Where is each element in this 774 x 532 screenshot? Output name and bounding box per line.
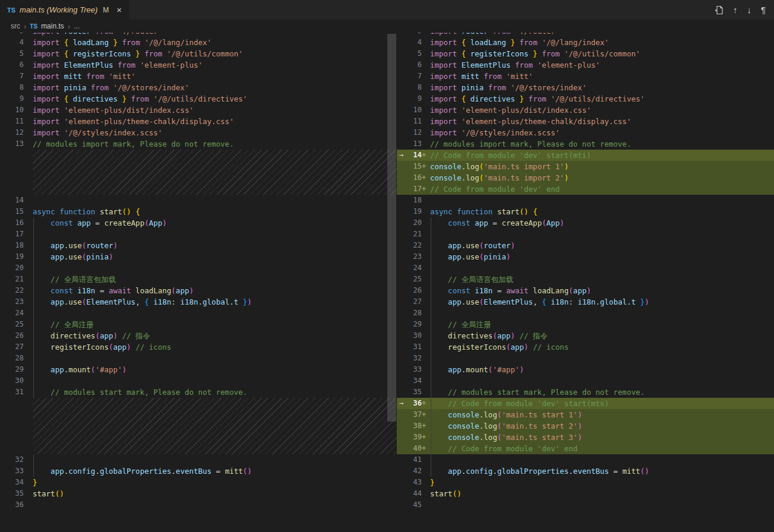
code-line[interactable]: 36 [0, 499, 397, 511]
code-line[interactable]: 21 [397, 229, 774, 240]
code-line[interactable]: 34 [397, 375, 774, 387]
render-whitespace-icon[interactable]: ¶ [761, 5, 766, 15]
code-line[interactable]: 10import 'element-plus/dist/index.css' [397, 104, 774, 116]
code-line[interactable]: 42 app.config.globalProperties.eventBus … [397, 466, 774, 477]
code-line[interactable]: 41 [397, 454, 774, 466]
code-line[interactable]: 26 directives(app) // 指令 [0, 330, 397, 341]
line-number: 28 [407, 308, 422, 319]
code-line[interactable]: 7import mitt from 'mitt' [0, 71, 397, 82]
code-line[interactable]: 29 app.mount('#app') [0, 364, 397, 375]
breadcrumb-file[interactable]: main.ts [41, 22, 64, 30]
code-line[interactable]: 27 registerIcons(app) // icons [0, 341, 397, 353]
code-line[interactable]: 6import ElementPlus from 'element-plus' [0, 59, 397, 71]
code-line[interactable]: 33 app.mount('#app') [397, 364, 774, 375]
code-line[interactable]: 17 [0, 229, 397, 240]
added-code-line[interactable]: 40+ // Code from module 'dev' end [397, 443, 774, 454]
code-line[interactable]: 12import '/@/styles/index.scss' [0, 127, 397, 138]
code-line[interactable]: 6import ElementPlus from 'element-plus' [397, 59, 774, 71]
code-line[interactable]: 19 app.use(pinia) [0, 251, 397, 262]
added-code-line[interactable]: 39+ console.log('main.ts start 3') [397, 432, 774, 443]
added-code-line[interactable]: 16+console.log('main.ts import 2') [397, 172, 774, 183]
added-code-line[interactable]: 37+ console.log('main.ts start 1') [397, 409, 774, 420]
added-code-line[interactable]: 38+ console.log('main.ts start 2') [397, 420, 774, 432]
code-line[interactable]: 29 // 全局注册 [397, 319, 774, 330]
code-line[interactable]: 7import mitt from 'mitt' [397, 71, 774, 82]
code-line[interactable]: 10import 'element-plus/dist/index.css' [0, 104, 397, 116]
code-line[interactable]: 11import 'element-plus/theme-chalk/displ… [397, 116, 774, 127]
code-line[interactable]: 24 [0, 308, 397, 319]
added-code-line[interactable]: 15+console.log('main.ts import 1') [397, 161, 774, 172]
code-line[interactable]: 28 [397, 308, 774, 319]
code-line[interactable]: 18 [397, 195, 774, 206]
code-line[interactable]: 23 app.use(ElementPlus, { i18n: i18n.glo… [0, 296, 397, 308]
code-line[interactable]: 30 directives(app) // 指令 [397, 330, 774, 341]
close-icon[interactable]: × [116, 5, 122, 15]
code-line[interactable]: 31 registerIcons(app) // icons [397, 341, 774, 353]
line-number: 20 [407, 217, 422, 229]
code-line[interactable]: 22 const i18n = await loadLang(app) [0, 285, 397, 296]
code-line[interactable]: 8import pinia from '/@/stores/index' [0, 82, 397, 93]
code-line[interactable]: 19async function start() { [397, 206, 774, 217]
code-line[interactable]: 34} [0, 477, 397, 488]
previous-change-icon[interactable]: ↑ [733, 5, 738, 15]
breadcrumb-symbol[interactable]: ... [74, 22, 80, 30]
code-line[interactable]: 14 [0, 195, 397, 206]
code-line[interactable]: 9import { directives } from '/@/utils/di… [0, 93, 397, 104]
code-line[interactable]: 31 // modules start mark, Please do not … [0, 387, 397, 398]
code-line[interactable]: 13// modules import mark, Please do not … [397, 138, 774, 150]
code-line[interactable]: 45 [397, 499, 774, 511]
code-line[interactable]: 32 [0, 454, 397, 466]
code-line[interactable]: 44start() [397, 488, 774, 499]
code-line[interactable]: 24 [397, 262, 774, 274]
added-code-line[interactable]: →36+ // Code from module 'dev' start(mts… [397, 398, 774, 409]
open-file-icon[interactable] [714, 5, 724, 15]
glyph-margin [397, 477, 407, 488]
code-line[interactable]: 32 [397, 353, 774, 364]
code-line[interactable]: 26 const i18n = await loadLang(app) [397, 285, 774, 296]
code-line[interactable]: 30 [0, 375, 397, 387]
code-line[interactable]: 25 // 全局语言包加载 [397, 274, 774, 285]
code-line[interactable]: 16 const app = createApp(App) [0, 217, 397, 229]
added-code-line[interactable]: 17+// Code from module 'dev' end [397, 183, 774, 195]
code-line[interactable]: 9import { directives } from '/@/utils/di… [397, 93, 774, 104]
line-number: 3 [407, 33, 422, 37]
code-line[interactable]: 5import { registerIcons } from '/@/utils… [397, 48, 774, 59]
code-text: registerIcons(app) // icons [430, 341, 568, 353]
code-line[interactable]: 43} [397, 477, 774, 488]
code-line[interactable]: 11import 'element-plus/theme-chalk/displ… [0, 116, 397, 127]
code-line[interactable]: 20 [0, 262, 397, 274]
line-number: 8 [407, 82, 422, 93]
code-line[interactable]: 23 app.use(pinia) [397, 251, 774, 262]
code-line[interactable]: 13// modules import mark, Please do not … [0, 138, 397, 150]
added-code-line[interactable]: →14+// Code from module 'dev' start(mti) [397, 150, 774, 161]
indent-guide [33, 240, 34, 251]
tab-main-ts-working-tree[interactable]: TS main.ts (Working Tree) M × [0, 0, 129, 20]
code-line[interactable]: 3import router from './router' [397, 33, 774, 37]
code-line[interactable]: 20 const app = createApp(App) [397, 217, 774, 229]
code-line[interactable]: 5import { registerIcons } from '/@/utils… [0, 48, 397, 59]
code-line[interactable]: 3import router from './router' [0, 33, 397, 37]
next-change-icon[interactable]: ↓ [747, 5, 751, 15]
code-line[interactable]: 25 // 全局注册 [0, 319, 397, 330]
added-line-marker: + [422, 420, 427, 432]
indent-guide [431, 274, 431, 285]
code-line[interactable]: 28 [0, 353, 397, 364]
breadcrumb-folder[interactable]: src [11, 22, 20, 30]
code-line[interactable]: 27 app.use(ElementPlus, { i18n: i18n.glo… [397, 296, 774, 308]
line-number: 40 [407, 443, 422, 454]
code-line[interactable]: 21 // 全局语言包加载 [0, 274, 397, 285]
code-line[interactable]: 22 app.use(router) [397, 240, 774, 251]
code-line[interactable]: 4import { loadLang } from '/@/lang/index… [397, 37, 774, 48]
added-line-marker [422, 262, 427, 274]
code-line[interactable]: 18 app.use(router) [0, 240, 397, 251]
glyph-margin [397, 296, 407, 308]
code-line[interactable]: 35 // modules start mark, Please do not … [397, 387, 774, 398]
code-line[interactable]: 4import { loadLang } from '/@/lang/index… [0, 37, 397, 48]
code-line[interactable]: 33 app.config.globalProperties.eventBus … [0, 466, 397, 477]
code-line[interactable]: 8import pinia from '/@/stores/index' [397, 82, 774, 93]
code-line[interactable]: 12import '/@/styles/index.scss' [397, 127, 774, 138]
vertical-scrollbar[interactable] [387, 34, 396, 422]
code-line[interactable]: 15async function start() { [0, 206, 397, 217]
glyph-margin [397, 274, 407, 285]
code-line[interactable]: 35start() [0, 488, 397, 499]
